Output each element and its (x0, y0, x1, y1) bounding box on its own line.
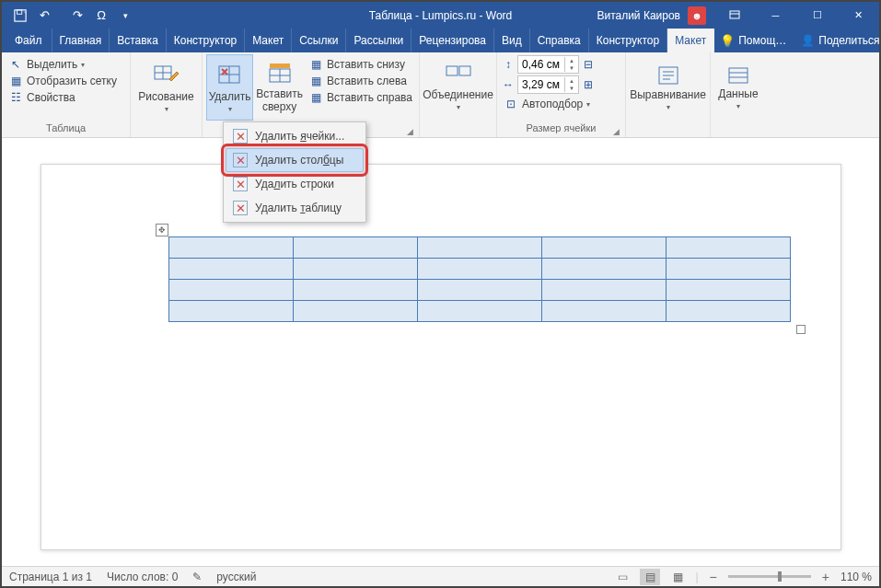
distribute-cols-icon[interactable]: ⊞ (581, 77, 596, 92)
delete-table-icon (216, 63, 244, 88)
read-mode-icon[interactable]: ▭ (612, 569, 632, 585)
tab-file[interactable]: Файл (6, 29, 52, 52)
zoom-slider[interactable] (728, 575, 811, 578)
delete-table-item[interactable]: ✕Удалить таблицу (226, 196, 364, 220)
save-icon[interactable] (9, 5, 31, 27)
dialog-launcher-icon[interactable]: ◢ (613, 127, 620, 136)
ribbon-display-icon[interactable] (713, 2, 755, 29)
grid-icon: ▦ (8, 74, 23, 88)
tab-design[interactable]: Конструктор (167, 29, 245, 52)
alignment-icon (655, 64, 681, 86)
dialog-launcher-icon[interactable]: ◢ (407, 127, 413, 136)
properties-button[interactable]: ☷Свойства (6, 89, 120, 106)
tab-home[interactable]: Главная (52, 29, 110, 52)
status-page[interactable]: Страница 1 из 1 (9, 571, 92, 583)
tab-review[interactable]: Рецензирова (412, 29, 494, 52)
svg-rect-7 (446, 66, 458, 75)
group-label-cellsize: Размер ячейки◢ (501, 122, 621, 137)
tab-table-layout[interactable]: Макет (667, 29, 714, 52)
tab-references[interactable]: Ссылки (292, 29, 346, 52)
spinner-down-icon[interactable]: ▼ (565, 85, 578, 92)
page: ✥ (41, 164, 841, 550)
tell-me[interactable]: 💡Помощ… (714, 34, 792, 48)
minimize-button[interactable]: ─ (755, 2, 796, 29)
table-move-handle-icon[interactable]: ✥ (156, 224, 168, 236)
insert-right-button[interactable]: ▦Вставить справа (306, 89, 415, 106)
tab-table-design[interactable]: Конструктор (589, 29, 667, 52)
table-row (168, 259, 790, 280)
insert-left-icon: ▦ (308, 74, 323, 88)
group-label-table: Таблица (6, 122, 126, 137)
table-row (168, 280, 790, 301)
zoom-level[interactable]: 110 % (840, 571, 872, 583)
delete-cells-item[interactable]: ✕Удалить ячейки... (226, 124, 364, 148)
autofit-icon: ⊡ (504, 97, 518, 111)
data-button[interactable]: Данные ▾ (714, 54, 762, 121)
document-table[interactable] (168, 236, 791, 322)
svg-rect-2 (730, 11, 739, 18)
merge-button[interactable]: Объединение ▾ (429, 54, 488, 121)
group-label-draw (134, 122, 198, 137)
omega-icon[interactable]: Ω (90, 5, 112, 27)
view-gridlines-button[interactable]: ▦Отобразить сетку (6, 73, 120, 89)
select-button[interactable]: ↖Выделить▾ (6, 56, 120, 73)
web-layout-icon[interactable]: ▦ (667, 569, 688, 585)
undo-icon[interactable]: ↶ (33, 5, 55, 27)
zoom-out-button[interactable]: − (706, 570, 721, 584)
group-label-merge (423, 122, 493, 137)
window-title: Таблица - Lumpics.ru - Word (369, 9, 513, 22)
table-resize-handle-icon[interactable] (796, 325, 806, 334)
tab-mailings[interactable]: Рассылки (346, 29, 412, 52)
draw-icon (153, 63, 180, 88)
insert-below-button[interactable]: ▦Вставить снизу (306, 56, 415, 73)
tab-help[interactable]: Справка (530, 29, 589, 52)
chevron-down-icon: ▾ (667, 103, 670, 111)
autofit-button[interactable]: ⊡Автоподбор▾ (501, 96, 596, 112)
delete-rows-icon: ✕ (233, 177, 248, 191)
insert-left-button[interactable]: ▦Вставить слева (306, 73, 415, 89)
row-height-input[interactable]: ▲▼ (517, 55, 579, 74)
close-button[interactable]: ✕ (838, 2, 879, 29)
user-name[interactable]: Виталий Каиров (589, 9, 688, 22)
tab-insert[interactable]: Вставка (110, 29, 167, 52)
insert-above-icon (267, 62, 293, 86)
distribute-rows-icon[interactable]: ⊟ (581, 57, 596, 72)
tab-view[interactable]: Вид (494, 29, 530, 52)
redo-icon[interactable]: ↷ (66, 5, 88, 27)
qat-customize-icon[interactable]: ▾ (114, 5, 136, 27)
draw-table-button[interactable]: Рисование ▾ (137, 54, 196, 121)
user-avatar-icon[interactable]: ☻ (688, 6, 706, 25)
status-language[interactable]: русский (216, 571, 256, 583)
insert-above-button[interactable]: Вставить сверху (255, 54, 304, 121)
share-button[interactable]: 👤Поделиться (795, 34, 881, 47)
zoom-in-button[interactable]: + (818, 570, 833, 584)
svg-rect-8 (459, 66, 470, 75)
print-layout-icon[interactable]: ▤ (640, 569, 660, 585)
bulb-icon: 💡 (720, 34, 735, 48)
col-width-input[interactable]: ▲▼ (517, 75, 579, 94)
delete-columns-item[interactable]: ✕Удалить столбцы (226, 148, 364, 172)
table-row (168, 301, 790, 322)
status-proofing-icon[interactable]: ✎ (192, 571, 202, 583)
properties-icon: ☷ (8, 90, 23, 105)
delete-rows-item[interactable]: ✕Удалить строки (226, 172, 364, 196)
alignment-button[interactable]: Выравнивание ▾ (639, 54, 698, 121)
tab-layout[interactable]: Макет (245, 29, 292, 52)
delete-button[interactable]: Удалить ▾ (206, 54, 253, 121)
spinner-up-icon[interactable]: ▲ (565, 77, 578, 85)
spinner-up-icon[interactable]: ▲ (565, 57, 578, 64)
delete-columns-icon: ✕ (233, 153, 248, 167)
insert-right-icon: ▦ (308, 90, 323, 105)
share-icon: 👤 (801, 34, 815, 47)
chevron-down-icon: ▾ (736, 102, 740, 110)
chevron-down-icon: ▾ (586, 100, 590, 109)
status-words[interactable]: Число слов: 0 (107, 571, 178, 583)
table-row (168, 237, 790, 259)
merge-icon (445, 64, 472, 86)
document-area[interactable]: ✥ (2, 138, 879, 566)
data-icon (726, 65, 750, 86)
spinner-down-icon[interactable]: ▼ (565, 64, 578, 72)
chevron-down-icon: ▾ (228, 105, 232, 113)
maximize-button[interactable]: ☐ (796, 2, 838, 29)
group-label-alignment (630, 122, 706, 137)
